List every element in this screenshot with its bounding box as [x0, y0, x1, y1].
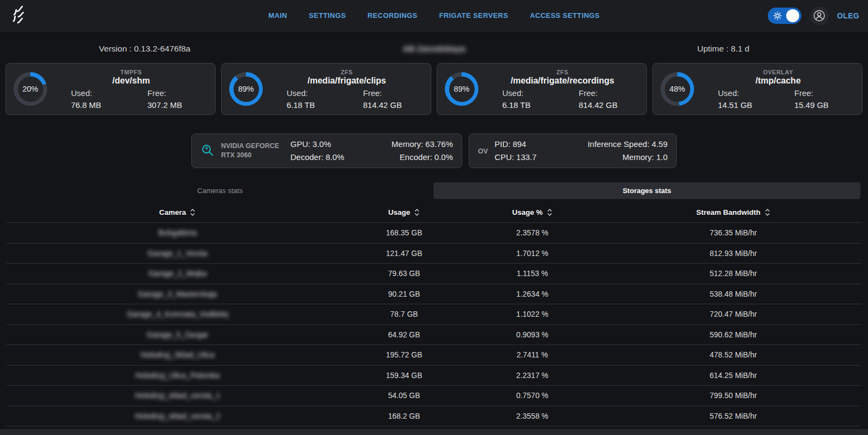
username-label[interactable]: OLEG: [837, 11, 859, 20]
cell-camera: Holodnyj_Sklad_Ulica: [7, 350, 348, 359]
nav-access-settings[interactable]: ACCESS SETTINGS: [530, 11, 600, 20]
column-label: Camera: [159, 208, 186, 216]
table-row: Garage_2_Mojka 79.63 GB 1.1153 % 512.28 …: [7, 263, 861, 284]
cell-usage: 78.7 GB: [348, 310, 459, 318]
cell-usage: 54.05 GB: [348, 391, 459, 400]
usage-donut: 89%: [445, 72, 478, 106]
cell-camera: Garage_3_Masterskaja: [7, 290, 348, 298]
nav-settings[interactable]: SETTINGS: [309, 11, 346, 20]
table-body: Buhgalteria 168.35 GB 2.3578 % 736.35 Mi…: [0, 222, 868, 426]
cell-usage-pct: 1.2634 %: [459, 290, 605, 298]
storage-path-label: /media/frigate/recordings: [486, 76, 639, 86]
tab-storages-stats[interactable]: Storages stats: [433, 182, 860, 199]
storage-card-cache: 48% OVERLAY /tmp/cache Used: 14.51 GB Fr…: [652, 63, 863, 115]
table-row: Buhgalteria 168.35 GB 2.3578 % 736.35 Mi…: [7, 222, 861, 243]
free-value: 15.49 GB: [794, 100, 854, 110]
sort-icon: [414, 208, 420, 217]
cell-usage: 90.21 GB: [348, 290, 459, 298]
used-value: 76.8 MB: [71, 100, 131, 110]
table-header: Camera Usage Usage % Stream Bandwidth: [7, 202, 861, 222]
table-row: Garage_4_Komnata_Voditelej 78.7 GB 1.102…: [7, 304, 861, 324]
cell-bandwidth: 590.62 MiB/hr: [605, 330, 861, 339]
nav-main[interactable]: MAIN: [268, 11, 287, 20]
topbar: MAIN SETTINGS RECORDINGS FRIGATE SERVERS…: [0, 0, 868, 31]
cell-bandwidth: 812.93 MiB/hr: [605, 249, 861, 258]
cell-usage-pct: 1.7012 %: [459, 249, 605, 258]
cell-usage: 168.2 GB: [348, 412, 459, 420]
version-label: Version : 0.13.2-6476f8a: [0, 44, 289, 54]
cell-usage-pct: 0.7570 %: [459, 391, 605, 400]
donut-percent-label: 89%: [238, 85, 254, 93]
detector-card: OV PID: 894 CPU: 133.7 Inference Speed: …: [469, 133, 677, 168]
cell-bandwidth: 614.25 MiB/hr: [605, 371, 861, 380]
nav-recordings[interactable]: RECORDINGS: [367, 11, 417, 20]
table-row: Holodnyj_sklad_vorota_2 168.2 GB 2.3558 …: [7, 406, 861, 426]
used-value: 14.51 GB: [718, 100, 778, 110]
free-label: Free:: [363, 88, 423, 98]
detector-memory: Memory: 1.0: [587, 151, 668, 164]
used-label: Used:: [718, 88, 778, 98]
storage-path-label: /media/frigate/clips: [270, 76, 423, 86]
column-header-usage[interactable]: Usage: [348, 208, 459, 217]
table-row: Garage_3_Masterskaja 90.21 GB 1.2634 % 5…: [7, 284, 861, 304]
used-label: Used:: [71, 88, 131, 98]
gpu-memory: Memory: 63.76%: [392, 138, 453, 151]
cell-bandwidth: 720.47 MiB/hr: [605, 310, 861, 318]
table-row: Garage_1_Vorota 121.47 GB 1.7012 % 812.9…: [7, 243, 861, 264]
sun-icon: [773, 11, 782, 20]
sort-icon: [765, 208, 770, 217]
storage-cards: 20% TMPFS /dev/shm Used: 76.8 MB Free: 3…: [5, 63, 863, 115]
nav-frigate-servers[interactable]: FRIGATE SERVERS: [439, 11, 508, 20]
cell-usage: 195.72 GB: [348, 350, 459, 359]
table-row: Holodnyj_sklad_vorota_1 54.05 GB 0.7570 …: [7, 385, 861, 406]
gpu-inspect-icon: [200, 144, 215, 158]
topbar-right: OLEG: [768, 7, 859, 25]
theme-toggle[interactable]: [768, 8, 801, 24]
used-label: Used:: [502, 88, 562, 98]
donut-percent-label: 48%: [669, 85, 685, 93]
storage-type-label: TMPFS: [55, 69, 208, 75]
stats-tabs: Cameras stats Storages stats: [7, 182, 860, 199]
table-row: Garage_5_Zavgar 64.92 GB 0.9093 % 590.62…: [7, 324, 861, 345]
table-row: Holodnyj_Sklad_Ulica 195.72 GB 2.7411 % …: [7, 344, 861, 365]
tab-cameras-stats[interactable]: Cameras stats: [7, 182, 433, 199]
used-value: 6.18 TB: [502, 100, 562, 110]
column-label: Usage: [388, 208, 410, 216]
storage-card-recordings: 89% ZFS /media/frigate/recordings Used: …: [437, 63, 647, 115]
cell-usage-pct: 2.7411 %: [459, 350, 605, 359]
cell-bandwidth: 736.35 MiB/hr: [605, 228, 861, 237]
cell-usage-pct: 2.3558 %: [459, 412, 605, 420]
table-row: Holodnyj_Ulica_Polomka 159.34 GB 2.2317 …: [7, 365, 861, 386]
hardware-row: NVIDIA GEFORCE RTX 3060 GPU: 3.0% Decode…: [0, 133, 868, 168]
bottom-scroll-strip[interactable]: [0, 429, 868, 435]
cell-camera: Garage_1_Vorota: [7, 249, 348, 258]
cell-bandwidth: 576.52 MiB/hr: [605, 412, 861, 420]
usage-donut: 48%: [660, 72, 694, 106]
column-header-camera[interactable]: Camera: [7, 208, 348, 217]
free-value: 814.42 GB: [363, 100, 423, 110]
storage-type-label: OVERLAY: [702, 69, 854, 75]
donut-percent-label: 89%: [454, 85, 469, 93]
gpu-usage: GPU: 3.0%: [290, 138, 344, 151]
free-label: Free:: [147, 88, 208, 98]
main-nav: MAIN SETTINGS RECORDINGS FRIGATE SERVERS…: [268, 0, 600, 31]
gpu-name-label: NVIDIA GEFORCE RTX 3060: [221, 142, 284, 161]
detector-name-label: OV: [478, 147, 488, 155]
free-label: Free:: [579, 88, 639, 98]
storage-path-label: /tmp/cache: [702, 76, 854, 86]
cell-camera: Holodnyj_Ulica_Polomka: [7, 371, 348, 380]
toggle-knob: [786, 9, 799, 22]
column-header-usage-pct[interactable]: Usage %: [459, 208, 605, 217]
cell-usage-pct: 0.9093 %: [459, 330, 605, 339]
cell-camera: Garage_5_Zavgar: [7, 330, 348, 339]
user-avatar[interactable]: [810, 7, 828, 25]
person-icon: [812, 9, 826, 23]
cell-bandwidth: 538.48 MiB/hr: [605, 290, 861, 298]
column-header-bandwidth[interactable]: Stream Bandwidth: [605, 208, 861, 217]
cell-usage: 79.63 GB: [348, 269, 459, 278]
cell-bandwidth: 478.52 MiB/hr: [605, 350, 861, 359]
cell-usage: 121.47 GB: [348, 249, 459, 258]
cell-camera: Garage_4_Komnata_Voditelej: [7, 310, 348, 318]
cell-usage-pct: 2.2317 %: [459, 371, 605, 380]
free-label: Free:: [794, 88, 854, 98]
